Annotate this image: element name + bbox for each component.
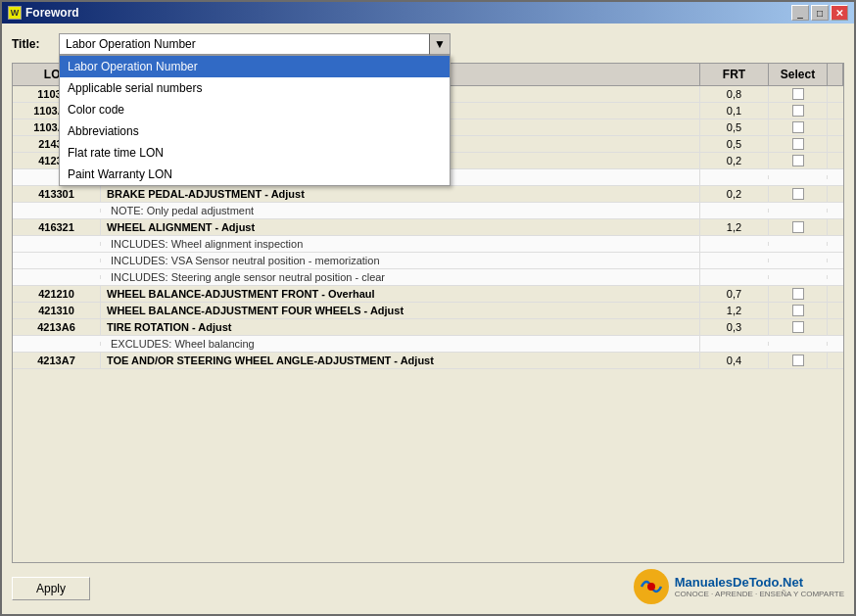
cell-frt: 0,5 (700, 119, 769, 135)
cell-lon-empty (13, 209, 101, 213)
cell-frt: 0,1 (700, 103, 769, 118)
apply-button[interactable]: Apply (12, 577, 90, 600)
cell-select (769, 86, 828, 102)
cell-select (769, 286, 828, 302)
select-checkbox[interactable] (792, 188, 804, 200)
scrollbar-placeholder (828, 64, 843, 85)
dropdown-wrapper: Labor Operation Number ▼ Labor Operation… (59, 33, 451, 55)
table-row: 4213A7 TOE AND/OR STEERING WHEEL ANGLE-A… (13, 353, 843, 369)
table-row: 421210 WHEEL BALANCE-ADJUSTMENT FRONT - … (13, 286, 843, 303)
title-bar-controls: _ □ ✕ (791, 5, 848, 21)
cell-frt: 0,7 (700, 286, 769, 302)
dropdown-item-3[interactable]: Abbreviations (60, 120, 450, 142)
cell-select (769, 319, 828, 335)
cell-desc: WHEEL ALIGNMENT - Adjust (101, 219, 700, 235)
cell-desc: TIRE ROTATION - Adjust (101, 319, 700, 335)
cell-lon-empty (13, 342, 101, 346)
cell-sel-empty (769, 175, 828, 179)
title-bar-left: W Foreword (8, 6, 79, 20)
table-row-note: NOTE: Only pedal adjustment (13, 203, 843, 219)
watermark: ManualesDeTodo.Net CONOCE · APRENDE · EN… (632, 567, 844, 606)
dropdown-item-5[interactable]: Paint Warranty LON (60, 164, 450, 185)
cell-lon: 4213A6 (13, 319, 101, 335)
select-checkbox[interactable] (792, 221, 804, 233)
dropdown-item-1[interactable]: Applicable serial numbers (60, 77, 450, 99)
title-label: Title: (12, 37, 51, 51)
title-row: Title: Labor Operation Number ▼ Labor Op… (12, 33, 844, 55)
cell-frt: 0,2 (700, 186, 769, 202)
cell-select (769, 119, 828, 135)
window-icon: W (8, 6, 22, 20)
cell-frt-empty (700, 209, 769, 213)
cell-note: INCLUDES: VSA Sensor neutral position - … (101, 253, 700, 268)
cell-desc: WHEEL BALANCE-ADJUSTMENT FOUR WHEELS - A… (101, 303, 700, 318)
title-bar: W Foreword _ □ ✕ (2, 2, 854, 24)
select-checkbox[interactable] (792, 155, 804, 166)
dropdown-item-0[interactable]: Labor Operation Number (60, 56, 450, 77)
watermark-logo-icon (632, 567, 671, 606)
col-header-frt: FRT (700, 64, 769, 85)
dropdown-selected-value: Labor Operation Number (66, 37, 196, 51)
window-title: Foreword (25, 6, 79, 20)
cell-lon: 421210 (13, 286, 101, 302)
cell-lon: 4213A7 (13, 353, 101, 368)
cell-lon-empty (13, 242, 101, 246)
select-checkbox[interactable] (792, 88, 804, 100)
cell-desc: BRAKE PEDAL-ADJUSTMENT - Adjust (101, 186, 700, 202)
cell-frt: 0,2 (700, 153, 769, 168)
cell-select (769, 303, 828, 318)
table-row: 416321 WHEEL ALIGNMENT - Adjust 1,2 (13, 219, 843, 236)
table-row: 4213A6 TIRE ROTATION - Adjust 0,3 (13, 319, 843, 336)
watermark-title: ManualesDeTodo.Net (675, 575, 844, 590)
dropdown-item-4[interactable]: Flat rate time LON (60, 142, 450, 164)
select-checkbox[interactable] (792, 305, 804, 316)
svg-point-1 (647, 583, 655, 591)
table-row: 413301 BRAKE PEDAL-ADJUSTMENT - Adjust 0… (13, 186, 843, 203)
table-row-note: INCLUDES: Wheel alignment inspection (13, 236, 843, 253)
cell-select (769, 186, 828, 202)
maximize-button[interactable]: □ (811, 5, 829, 21)
cell-note: INCLUDES: Steering angle sensor neutral … (101, 269, 700, 285)
watermark-subtitle: CONOCE · APRENDE · ENSEÑA Y COMPARTE (675, 590, 844, 598)
cell-frt: 1,2 (700, 303, 769, 318)
table-row: 421310 WHEEL BALANCE-ADJUSTMENT FOUR WHE… (13, 303, 843, 319)
dropdown-item-2[interactable]: Color code (60, 99, 450, 120)
watermark-text-block: ManualesDeTodo.Net CONOCE · APRENDE · EN… (675, 575, 844, 598)
cell-lon-empty (13, 259, 101, 262)
col-header-select: Select (769, 64, 828, 85)
cell-select (769, 103, 828, 118)
cell-lon: 416321 (13, 219, 101, 235)
cell-lon-empty (13, 275, 101, 279)
main-window: W Foreword _ □ ✕ Title: Labor Operation … (0, 0, 856, 616)
dropdown-menu: Labor Operation Number Applicable serial… (59, 55, 451, 186)
cell-note: EXCLUDES: Wheel balancing (101, 336, 700, 352)
cell-frt: 0,4 (700, 353, 769, 368)
cell-desc: WHEEL BALANCE-ADJUSTMENT FRONT - Overhau… (101, 286, 700, 302)
table-row-note: EXCLUDES: Wheel balancing (13, 336, 843, 353)
cell-select (769, 219, 828, 235)
table-row-note: INCLUDES: Steering angle sensor neutral … (13, 269, 843, 286)
cell-frt: 0,5 (700, 136, 769, 152)
cell-note: NOTE: Only pedal adjustment (101, 203, 700, 218)
cell-frt-empty (700, 175, 769, 179)
select-checkbox[interactable] (792, 138, 804, 150)
select-checkbox[interactable] (792, 321, 804, 333)
title-dropdown[interactable]: Labor Operation Number (59, 33, 451, 55)
cell-select (769, 353, 828, 368)
cell-note: INCLUDES: Wheel alignment inspection (101, 236, 700, 252)
cell-frt: 0,8 (700, 86, 769, 102)
close-button[interactable]: ✕ (831, 5, 848, 21)
select-checkbox[interactable] (792, 105, 804, 117)
select-checkbox[interactable] (792, 288, 804, 300)
cell-select (769, 136, 828, 152)
cell-sel-empty (769, 209, 828, 213)
cell-frt: 0,3 (700, 319, 769, 335)
select-checkbox[interactable] (792, 355, 804, 366)
cell-lon: 421310 (13, 303, 101, 318)
window-content: Title: Labor Operation Number ▼ Labor Op… (2, 24, 854, 614)
cell-desc: TOE AND/OR STEERING WHEEL ANGLE-ADJUSTME… (101, 353, 700, 368)
select-checkbox[interactable] (792, 121, 804, 133)
table-row-note: INCLUDES: VSA Sensor neutral position - … (13, 253, 843, 269)
minimize-button[interactable]: _ (791, 5, 809, 21)
cell-lon: 413301 (13, 186, 101, 202)
